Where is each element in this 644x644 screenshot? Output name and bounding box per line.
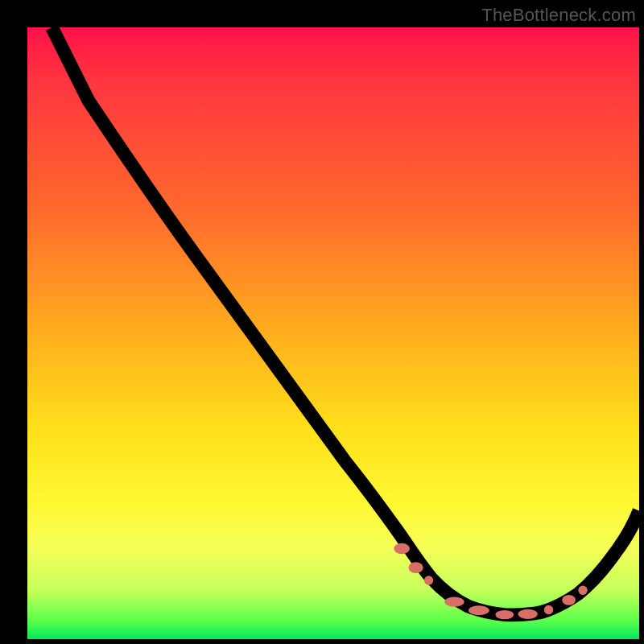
marker-dot — [578, 586, 587, 595]
marker-dot — [518, 609, 538, 619]
curve-svg — [27, 27, 639, 639]
chart-frame: TheBottleneck.com — [0, 0, 644, 644]
marker-dot — [394, 543, 410, 555]
marker-dot — [562, 595, 576, 605]
plot-area — [27, 27, 639, 639]
marker-dot — [424, 576, 433, 584]
marker-dot — [495, 610, 514, 619]
marker-dot — [544, 605, 553, 614]
marker-dot — [408, 562, 423, 573]
watermark-text: TheBottleneck.com — [481, 5, 636, 26]
marker-dot — [469, 605, 489, 615]
bottleneck-curve — [52, 27, 639, 615]
marker-dot — [444, 597, 464, 607]
